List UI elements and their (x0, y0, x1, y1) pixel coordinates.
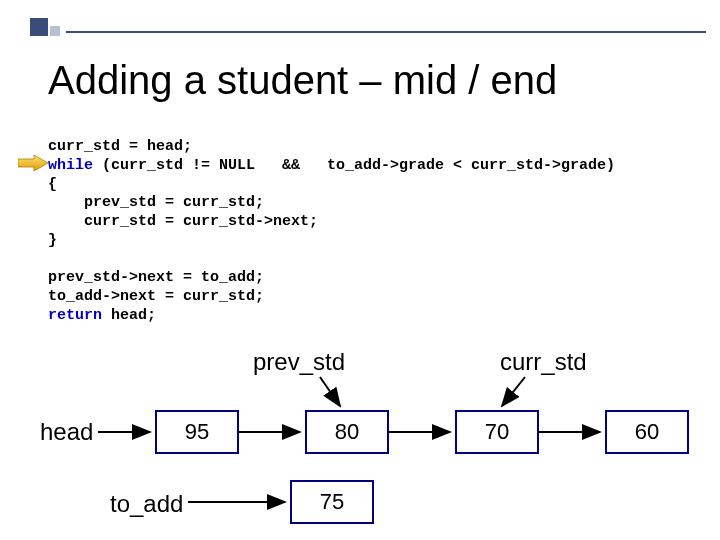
keyword-return: return (48, 307, 102, 324)
code-line: to_add->next = curr_std; (48, 288, 264, 305)
code-line: } (48, 232, 57, 249)
code-line: prev_std->next = to_add; (48, 269, 264, 286)
node-75: 75 (290, 480, 374, 524)
label-curr-std: curr_std (500, 348, 587, 376)
node-95: 95 (155, 410, 239, 454)
deco-square-small (50, 26, 60, 36)
node-60: 60 (605, 410, 689, 454)
code-line: (curr_std != NULL && to_add->grade < cur… (93, 157, 615, 174)
svg-marker-0 (18, 155, 48, 171)
code-line: { (48, 176, 57, 193)
slide-title: Adding a student – mid / end (48, 58, 557, 103)
header-decoration (30, 18, 706, 36)
label-to-add: to_add (110, 490, 183, 518)
svg-line-6 (320, 377, 340, 406)
deco-square-large (30, 18, 48, 36)
svg-line-7 (502, 377, 525, 406)
deco-line (66, 31, 706, 33)
code-line: head; (102, 307, 156, 324)
label-prev-std: prev_std (253, 348, 345, 376)
code-pointer-arrow-icon (18, 155, 48, 171)
code-line: curr_std = head; (48, 138, 192, 155)
code-line: curr_std = curr_std->next; (48, 213, 318, 230)
code-block: curr_std = head; while (curr_std != NULL… (48, 138, 615, 326)
node-80: 80 (305, 410, 389, 454)
node-70: 70 (455, 410, 539, 454)
keyword-while: while (48, 157, 93, 174)
code-line: prev_std = curr_std; (48, 194, 264, 211)
label-head: head (40, 418, 93, 446)
